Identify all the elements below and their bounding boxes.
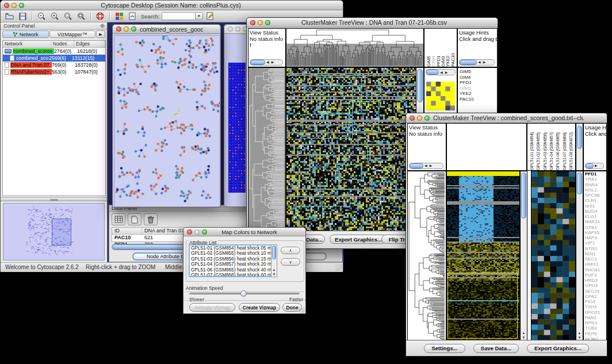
gene-label[interactable]: MAK31 — [585, 219, 606, 224]
gene-label[interactable]: HMG1 — [585, 262, 606, 267]
main-titlebar[interactable]: Cytoscape Desktop (Session Name: collins… — [1, 1, 343, 10]
attribute-list-item[interactable]: GPL51-01 (GSM854) heat shock 05 min — [190, 246, 275, 251]
help-icon[interactable] — [94, 11, 106, 21]
network2-canvas[interactable] — [228, 63, 246, 193]
gene-label[interactable]: SEC24 — [585, 289, 606, 294]
scroll-right-icon[interactable]: ▶ — [270, 59, 276, 66]
column-labels-panel[interactable]: GIM5GIM4PFD1GIM3YKE2PAC10 — [424, 28, 457, 67]
gene-label[interactable]: CPA2 — [585, 294, 606, 299]
gene-label[interactable]: GPI16 — [585, 283, 606, 288]
zoom-window-icon[interactable] — [424, 116, 430, 121]
gene-label[interactable]: PFD1 — [585, 171, 606, 177]
treeview-combined-titlebar[interactable]: ClusterMaker TreeView : combined_scores_… — [406, 113, 607, 123]
gene-label[interactable]: YSH1 — [585, 304, 606, 309]
close-icon[interactable] — [250, 20, 255, 25]
network-titlebar[interactable]: combined_scores_good.txt--cluste... — [113, 25, 220, 34]
scroll-down-icon[interactable]: ▼ — [271, 273, 277, 276]
gene-label[interactable]: TCB3 — [585, 325, 606, 331]
zoom-fit-icon[interactable] — [75, 11, 87, 21]
heatmap-vscrollbar[interactable]: ▲ ▼ — [520, 171, 527, 341]
gene-label[interactable]: RPO21 — [585, 310, 606, 315]
gene-label[interactable]: PAC10 — [460, 97, 497, 102]
zoom-window-icon[interactable] — [19, 3, 24, 8]
scroll-left-icon[interactable]: ◀ — [265, 59, 270, 66]
close-icon[interactable] — [4, 3, 9, 8]
zoom-window-icon[interactable] — [265, 20, 270, 25]
snapshot-icon[interactable] — [127, 11, 138, 21]
minimize-icon[interactable] — [417, 116, 422, 121]
column-tree-panel[interactable] — [446, 123, 527, 171]
close-icon[interactable] — [228, 26, 233, 32]
attribute-list-item[interactable]: GPL51-04 (GSM857) heat shock 20 min — [190, 262, 275, 267]
scroll-down-icon[interactable]: ▼ — [521, 336, 527, 339]
combo-arrow-icon[interactable]: ▼ — [195, 13, 202, 20]
gene-label[interactable]: HRD3 — [585, 278, 606, 283]
gene-label[interactable]: NIS1 — [585, 204, 606, 209]
zoom-window-icon[interactable] — [131, 26, 136, 32]
attribute-list-item[interactable]: GPL51-07 (GSM868) heat shock 60 min — [190, 273, 275, 277]
network-list-row[interactable]: DNA and Tran 07769(0)183728(0) — [3, 62, 105, 68]
gene-label[interactable]: VIP1 — [585, 240, 606, 246]
gene-label[interactable]: HAP3 — [585, 235, 606, 240]
network-list-row[interactable]: combined_scores2764(0)16218(0) — [3, 48, 105, 55]
gene-label[interactable]: GIM5 — [460, 69, 497, 75]
float-panel-icon[interactable] — [100, 24, 105, 28]
save-data----button[interactable]: Save Data... — [473, 344, 519, 353]
close-icon[interactable] — [116, 26, 121, 32]
scroll-down-icon[interactable]: ▼ — [576, 336, 583, 339]
gene-label[interactable]: GTB1 — [585, 225, 606, 230]
gene-label[interactable]: GIM3 — [460, 86, 497, 91]
scroll-left-icon[interactable]: ◀ — [439, 70, 444, 74]
minimize-icon[interactable] — [12, 3, 17, 8]
zoom-window-icon[interactable] — [202, 229, 207, 235]
close-icon[interactable] — [187, 229, 192, 235]
network-list-header[interactable]: Network Nodes Edges — [3, 41, 105, 48]
tab-overflow-icon[interactable]: ▶ — [96, 30, 105, 38]
gene-label[interactable]: YRA1 — [585, 177, 606, 182]
annotation-icon[interactable] — [205, 11, 216, 21]
gene-label[interactable]: PHO81 — [585, 267, 606, 273]
gene-label[interactable]: GIM4 — [460, 75, 497, 81]
scroll-left-icon[interactable]: ◀ — [423, 163, 429, 169]
zoom-in-icon[interactable] — [49, 11, 60, 21]
correlation-matrix-canvas[interactable] — [426, 82, 455, 110]
tab-vizmapper[interactable]: VizMapper™ — [49, 30, 96, 38]
create-vizmap-button[interactable]: Create Vizmap — [239, 303, 280, 312]
resize-grip[interactable] — [299, 307, 305, 313]
scroll-up-icon[interactable]: ▲ — [521, 331, 527, 335]
scroll-right-icon[interactable]: ▶ — [594, 163, 599, 169]
tab-network[interactable]: Network — [2, 30, 49, 38]
gene-list-panel[interactable]: PFD1YRA1RNR4MSL1SPC98CLN1NIS1BUD4ELG1MAK… — [583, 171, 607, 341]
zoom-vscrollbar[interactable]: ▲ ▼ — [576, 171, 583, 341]
scroll-right-icon[interactable]: ▶ — [429, 163, 434, 169]
row-dendrogram-panel[interactable] — [407, 171, 446, 341]
open-icon[interactable] — [3, 11, 15, 21]
resize-grip[interactable] — [335, 264, 342, 271]
zoom-heatmap-panel[interactable] — [531, 171, 576, 341]
new-attribute-icon[interactable] — [128, 213, 141, 225]
select-attributes-icon[interactable] — [112, 213, 125, 225]
column-labels-panel[interactable]: GPL51-01 (GSM854)GPL51-02 (GSM855)GPL51-… — [527, 123, 576, 171]
treeview-dna-titlebar[interactable]: ClusterMaker TreeView : DNA and Tran 07-… — [247, 18, 498, 28]
network-list-row[interactable]: combined_sco2569(6)13112(15) — [3, 55, 105, 62]
column-dendrogram-panel[interactable] — [286, 28, 424, 67]
export-graphics----button[interactable]: Export Graphics... — [330, 235, 387, 244]
scroll-right-icon[interactable]: ▶ — [444, 70, 449, 74]
gene-label[interactable]: NTR2 — [585, 246, 606, 251]
settings----button[interactable]: Settings... — [424, 344, 465, 353]
gene-label[interactable]: FIG4 — [585, 299, 606, 304]
gene-label[interactable]: PEP5 — [585, 331, 606, 336]
scroll-left-icon[interactable]: ◀ — [477, 59, 482, 66]
gene-label[interactable]: SEC1 — [585, 256, 606, 262]
attribute-list-item[interactable]: GPL51-03 (GSM856) heat shock 15 min — [190, 256, 275, 262]
move-down-button[interactable]: ∨ — [281, 258, 300, 266]
export-graphics----button[interactable]: Export Graphics... — [527, 344, 589, 353]
gene-label[interactable]: RPN1 — [585, 320, 606, 325]
gene-label[interactable]: KAP95 — [585, 230, 606, 235]
close-icon[interactable] — [410, 116, 415, 121]
gene-label[interactable]: MSI1 — [585, 251, 606, 256]
dialog-titlebar[interactable]: Map Colors to Network — [183, 228, 305, 236]
heatmap-panel[interactable] — [446, 171, 520, 341]
zoom-out-icon[interactable] — [36, 11, 47, 21]
gene-label[interactable]: YKE2 — [460, 91, 497, 97]
